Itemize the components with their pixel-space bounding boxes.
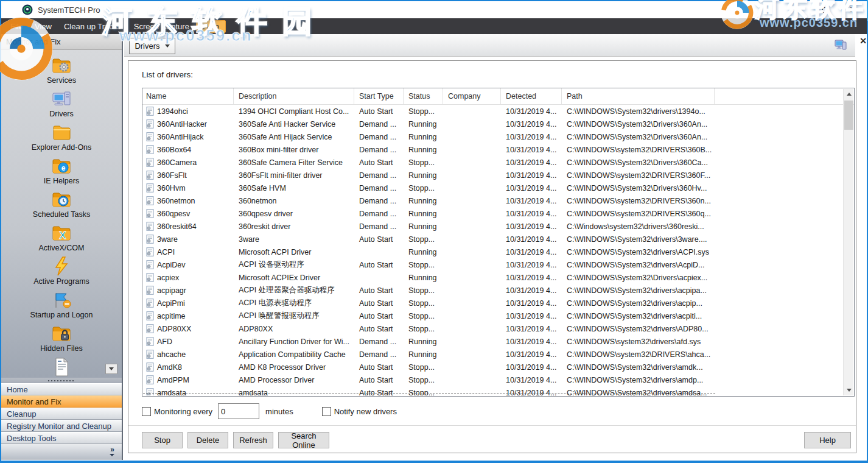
driver-name: 360qpesv: [157, 210, 190, 218]
sidebar-item-startup-logon[interactable]: Startup and Logon: [1, 288, 122, 321]
table-row[interactable]: ahcache Application Compatibility Cache …: [142, 348, 854, 361]
table-row[interactable]: 360netmon 360netmon Demand ... Running 1…: [142, 194, 854, 207]
panel-close-button[interactable]: ✕: [858, 36, 868, 46]
table-row[interactable]: 360AntiHacker 360Safe Anti Hacker Servic…: [142, 118, 854, 130]
help-button[interactable]: Help: [804, 432, 851, 448]
table-row[interactable]: 360AntiHijack 360Safe Anti Hijack Servic…: [142, 130, 854, 143]
delete-button[interactable]: Delete: [187, 432, 228, 448]
table-row[interactable]: 1394ohci 1394 OHCI Compliant Host Co... …: [142, 105, 854, 118]
table-row[interactable]: 360Hvm 360Safe HVM Demand ... Stopp... 1…: [142, 182, 854, 194]
sidebar-item-ie-helpers[interactable]: e IE Helpers: [1, 154, 122, 187]
driver-status: Running: [404, 338, 443, 346]
close-button[interactable]: ✕: [839, 1, 867, 18]
column-header-status[interactable]: Status: [404, 88, 443, 104]
table-row[interactable]: ADP80XX ADP80XX Auto Start Stopp... 10/3…: [142, 322, 854, 335]
menu-item-screen-capture[interactable]: Screen Capture: [133, 22, 191, 31]
computer-icon[interactable]: [835, 40, 847, 51]
driver-name: AmdK8: [157, 363, 182, 372]
sidebar-item-explorer-addons[interactable]: Explorer Add-Ons: [1, 120, 122, 154]
table-row[interactable]: AmdPPM AMD Processor Driver Auto Start S…: [142, 373, 854, 386]
driver-name: ACPI: [157, 248, 175, 256]
notify-checkbox[interactable]: [322, 407, 331, 416]
column-header-name[interactable]: Name: [142, 88, 234, 104]
driver-status: Running: [404, 171, 443, 180]
table-row[interactable]: AFD Ancillary Function Driver for Wi... …: [142, 335, 854, 348]
menu-item-file[interactable]: File: [9, 22, 24, 31]
scrollbar-thumb[interactable]: [844, 101, 853, 130]
driver-start-type: Auto Start: [354, 363, 404, 372]
column-header-start-type[interactable]: Start Type: [354, 88, 404, 104]
table-row[interactable]: ACPI Microsoft ACPI Driver Running 10/31…: [142, 246, 854, 258]
table-row[interactable]: 360Camera 360Safe Camera Filter Service …: [142, 156, 854, 169]
scheduled-tasks-folder-clock-icon: [51, 189, 72, 210]
sidebar-item-label: Startup and Logon: [30, 311, 93, 319]
driver-file-icon: [146, 286, 154, 295]
driver-name: 360AntiHijack: [157, 133, 203, 141]
menu-item-clean-up-tracks[interactable]: Clean up Tracks: [63, 22, 122, 31]
table-row[interactable]: 360reskit64 360reskit driver Demand ... …: [142, 220, 854, 233]
driver-description: 360Box mini-filter driver: [234, 146, 354, 154]
table-row[interactable]: AcpiPmi ACPI 电源表驱动程序 Auto Start Stopp...…: [142, 297, 854, 309]
sidebar-item-label: Active Programs: [33, 277, 89, 286]
stop-button[interactable]: Stop: [142, 432, 183, 448]
scroll-down-button[interactable]: [844, 385, 854, 395]
monitoring-checkbox[interactable]: [142, 407, 151, 416]
driver-description: 3ware: [234, 235, 354, 244]
driver-description: 360Safe Camera Filter Service: [234, 158, 354, 167]
table-row[interactable]: 360FsFlt 360FsFlt mini-filter driver Dem…: [142, 169, 854, 182]
column-header-path[interactable]: Path: [562, 88, 715, 104]
cell-name: 360qpesv: [142, 209, 234, 218]
refresh-button[interactable]: Refresh: [233, 432, 273, 448]
driver-status: Stopp...: [404, 261, 443, 269]
sidebar-nav-monitor-and-fix[interactable]: Monitor and Fix: [1, 395, 122, 408]
sidebar-nav-home[interactable]: Home: [1, 383, 122, 395]
column-header-company[interactable]: Company: [443, 88, 501, 104]
sidebar-item-hidden-files[interactable]: Hidden Files: [1, 321, 122, 355]
sidebar-item-services[interactable]: Services: [1, 53, 122, 87]
driver-description: Microsoft ACPIEx Driver: [234, 274, 354, 282]
table-row[interactable]: acpipagr ACPI 处理器聚合器驱动程序 Auto Start Stop…: [142, 284, 854, 297]
sidebar-item-active-programs[interactable]: Active Programs: [1, 254, 122, 288]
column-header-description[interactable]: Description: [234, 88, 354, 104]
sidebar-nav-registry-monitor[interactable]: Registry Monitor and Cleanup: [1, 420, 122, 432]
vertical-scrollbar[interactable]: [843, 89, 853, 395]
driver-description: ACPI 设备驱动程序: [234, 260, 354, 270]
menu-item-help[interactable]: Help: [196, 20, 226, 33]
app-window: SystemTECH Pro ✕ File View Clean up Trac…: [0, 0, 868, 463]
driver-description: 1394 OHCI Compliant Host Co...: [234, 107, 354, 116]
driver-start-type: Auto Start: [354, 286, 404, 295]
sidebar-item-activex-com[interactable]: X ActiveX/COM: [1, 221, 122, 254]
driver-name: 360FsFlt: [157, 171, 187, 180]
sidebar-nav-cleanup[interactable]: Cleanup: [1, 408, 122, 420]
driver-name: ADP80XX: [157, 325, 191, 333]
table-row[interactable]: 360Box64 360Box mini-filter driver Deman…: [142, 143, 854, 156]
scroll-up-button[interactable]: [844, 89, 854, 99]
interval-input[interactable]: [218, 403, 259, 419]
driver-name: 360AntiHacker: [157, 120, 207, 129]
cell-name: acpipagr: [142, 286, 234, 295]
table-row[interactable]: AmdK8 AMD K8 Processor Driver Auto Start…: [142, 361, 854, 373]
view-selector-dropdown[interactable]: Drivers: [129, 38, 175, 54]
minimize-button[interactable]: [783, 1, 811, 18]
search-online-button[interactable]: Search Online: [278, 432, 329, 448]
driver-path: C:\WINDOWS\System32\drivers\acpip...: [562, 299, 715, 308]
sidebar-splitter-grip[interactable]: [1, 378, 122, 383]
driver-detected: 10/31/2019 4...: [501, 158, 562, 167]
table-row[interactable]: acpiex Microsoft ACPIEx Driver Running 1…: [142, 271, 854, 284]
table-row[interactable]: 360qpesv 360qpesv driver Demand ... Runn…: [142, 207, 854, 220]
sidebar-nav-desktop-tools[interactable]: Desktop Tools: [1, 432, 122, 444]
sidebar-item-scheduled-tasks[interactable]: Scheduled Tasks: [1, 187, 122, 221]
table-row[interactable]: AcpiDev ACPI 设备驱动程序 Auto Start Stopp... …: [142, 258, 854, 271]
table-row[interactable]: acpitime ACPI 唤醒警报驱动程序 Auto Start Stopp.…: [142, 309, 854, 322]
menu-item-view[interactable]: View: [33, 22, 53, 31]
column-header-detected[interactable]: Detected: [501, 88, 562, 104]
sidebar-item-file-types[interactable]: File Types: [1, 355, 122, 378]
driver-path: C:\WINDOWS\system32\DRIVERS\360n...: [562, 197, 715, 205]
driver-start-type: Auto Start: [354, 107, 404, 116]
sidebar-item-drivers[interactable]: Drivers: [1, 87, 122, 120]
table-row[interactable]: 3ware 3ware Auto Start Stopp... 10/31/20…: [142, 233, 854, 246]
maximize-button[interactable]: [811, 1, 839, 18]
sidebar-overflow-button[interactable]: »: [1, 444, 122, 459]
sidebar-scroll-down-button[interactable]: [105, 364, 117, 374]
driver-start-type: Demand ...: [354, 133, 404, 141]
